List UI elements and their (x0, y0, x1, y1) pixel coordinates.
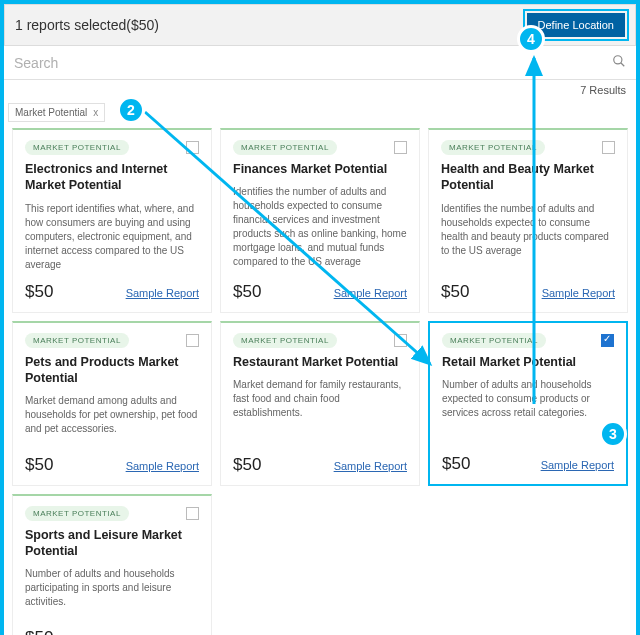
card-description: Market demand for family restaurants, fa… (233, 378, 407, 445)
filter-chip-label: Market Potential (15, 107, 87, 118)
card-bottom: $50Sample Report (25, 628, 199, 636)
select-checkbox[interactable] (186, 141, 199, 154)
category-tag: MARKET POTENTIAL (233, 333, 337, 348)
card-title: Electronics and Internet Market Potentia… (25, 161, 199, 194)
sample-report-link[interactable]: Sample Report (541, 459, 614, 471)
select-checkbox[interactable] (601, 334, 614, 347)
select-checkbox[interactable] (394, 141, 407, 154)
card-title: Finances Market Potential (233, 161, 407, 177)
card-top: MARKET POTENTIAL (25, 506, 199, 521)
report-grid: MARKET POTENTIALElectronics and Internet… (4, 128, 636, 635)
select-checkbox[interactable] (186, 507, 199, 520)
price: $50 (442, 454, 470, 474)
card-top: MARKET POTENTIAL (442, 333, 614, 348)
price: $50 (233, 455, 261, 475)
results-count: 7 Results (4, 80, 636, 102)
card-title: Pets and Products Market Potential (25, 354, 199, 387)
sample-report-link[interactable]: Sample Report (334, 287, 407, 299)
report-card[interactable]: MARKET POTENTIALPets and Products Market… (12, 321, 212, 486)
search-input[interactable] (14, 55, 612, 71)
select-checkbox[interactable] (186, 334, 199, 347)
select-checkbox[interactable] (602, 141, 615, 154)
card-top: MARKET POTENTIAL (25, 140, 199, 155)
callout-badge-4: 4 (517, 25, 545, 53)
card-top: MARKET POTENTIAL (25, 333, 199, 348)
report-card[interactable]: MARKET POTENTIALElectronics and Internet… (12, 128, 212, 313)
price: $50 (233, 282, 261, 302)
card-description: Identifies the number of adults and hous… (441, 202, 615, 272)
card-bottom: $50Sample Report (233, 282, 407, 302)
select-checkbox[interactable] (394, 334, 407, 347)
category-tag: MARKET POTENTIAL (25, 333, 129, 348)
price: $50 (25, 455, 53, 475)
svg-line-1 (621, 63, 625, 67)
card-title: Sports and Leisure Market Potential (25, 527, 199, 560)
search-bar (4, 46, 636, 80)
card-title: Health and Beauty Market Potential (441, 161, 615, 194)
category-tag: MARKET POTENTIAL (442, 333, 546, 348)
category-tag: MARKET POTENTIAL (25, 140, 129, 155)
svg-point-0 (614, 56, 622, 64)
category-tag: MARKET POTENTIAL (25, 506, 129, 521)
sample-report-link[interactable]: Sample Report (542, 287, 615, 299)
card-description: Number of adults and households particip… (25, 567, 199, 618)
card-top: MARKET POTENTIAL (441, 140, 615, 155)
category-tag: MARKET POTENTIAL (441, 140, 545, 155)
report-card[interactable]: MARKET POTENTIALRetail Market PotentialN… (428, 321, 628, 486)
report-card[interactable]: MARKET POTENTIALRestaurant Market Potent… (220, 321, 420, 486)
card-bottom: $50Sample Report (441, 282, 615, 302)
card-title: Restaurant Market Potential (233, 354, 407, 370)
card-top: MARKET POTENTIAL (233, 140, 407, 155)
category-tag: MARKET POTENTIAL (233, 140, 337, 155)
report-card[interactable]: MARKET POTENTIALHealth and Beauty Market… (428, 128, 628, 313)
close-icon[interactable]: x (93, 107, 98, 118)
card-bottom: $50Sample Report (442, 454, 614, 474)
card-title: Retail Market Potential (442, 354, 614, 370)
price: $50 (25, 628, 53, 636)
callout-badge-2: 2 (117, 96, 145, 124)
card-description: Identifies the number of adults and hous… (233, 185, 407, 271)
card-description: This report identifies what, where, and … (25, 202, 199, 272)
price: $50 (25, 282, 53, 302)
selection-summary: 1 reports selected($50) (15, 17, 159, 33)
card-description: Number of adults and households expected… (442, 378, 614, 444)
card-bottom: $50Sample Report (233, 455, 407, 475)
report-card[interactable]: MARKET POTENTIALFinances Market Potentia… (220, 128, 420, 313)
card-top: MARKET POTENTIAL (233, 333, 407, 348)
sample-report-link[interactable]: Sample Report (334, 460, 407, 472)
sample-report-link[interactable]: Sample Report (126, 460, 199, 472)
search-icon[interactable] (612, 54, 626, 71)
card-bottom: $50Sample Report (25, 282, 199, 302)
report-card[interactable]: MARKET POTENTIALSports and Leisure Marke… (12, 494, 212, 636)
sample-report-link[interactable]: Sample Report (126, 287, 199, 299)
callout-badge-3: 3 (599, 420, 627, 448)
card-bottom: $50Sample Report (25, 455, 199, 475)
price: $50 (441, 282, 469, 302)
filter-chip[interactable]: Market Potential x (8, 103, 105, 122)
filter-chip-row: Market Potential x (4, 102, 636, 128)
card-description: Market demand among adults and household… (25, 394, 199, 445)
main-panel: 1 reports selected($50) Define Location … (4, 4, 636, 635)
